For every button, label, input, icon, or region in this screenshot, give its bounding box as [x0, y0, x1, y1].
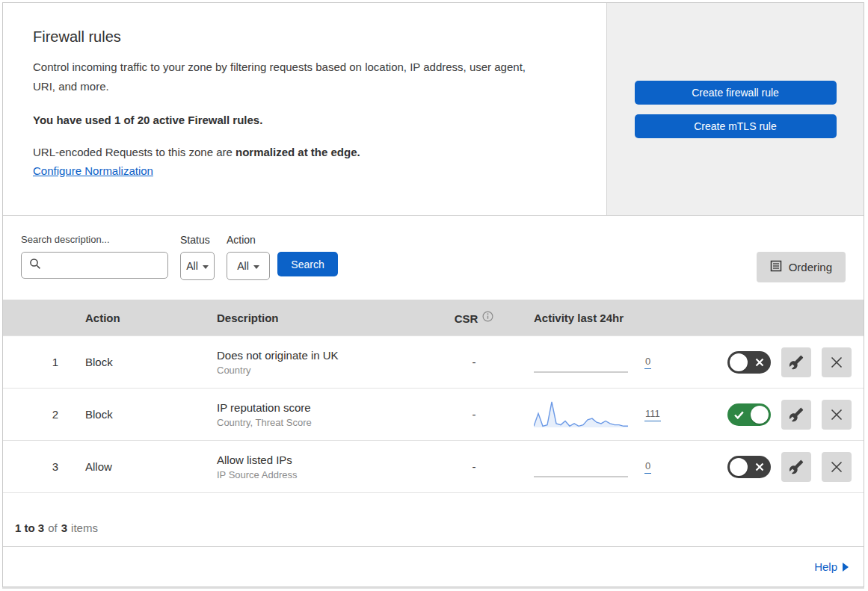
controls-cell	[698, 347, 864, 377]
firewall-rules-page: Firewall rules Control incoming traffic …	[2, 2, 864, 587]
status-label: Status	[180, 234, 215, 246]
rule-description-cell: Allow listed IPs IP Source Address	[205, 454, 422, 480]
edit-rule-button[interactable]	[781, 452, 811, 482]
help-link[interactable]: Help	[814, 560, 849, 573]
csr-header-label: CSR	[455, 312, 478, 325]
rule-action: Allow	[70, 460, 205, 473]
filter-bar: Search description... Status All Action …	[3, 216, 864, 300]
pagination-total: 3	[61, 522, 67, 534]
normalization-note-bold: normalized at the edge.	[236, 146, 360, 158]
action-dropdown-value: All	[237, 260, 249, 272]
chevron-down-icon	[253, 265, 259, 269]
usage-summary: You have used 1 of 20 active Firewall ru…	[33, 114, 576, 126]
rule-priority: 1	[3, 356, 70, 368]
status-dropdown-value: All	[186, 260, 198, 272]
rule-description: Allow listed IPs	[217, 454, 422, 466]
status-filter-group: Status All	[180, 234, 215, 280]
pagination-of: of	[48, 522, 58, 534]
delete-rule-button[interactable]	[822, 452, 852, 482]
wrench-icon	[789, 355, 804, 370]
close-icon	[830, 460, 843, 474]
rule-priority: 3	[3, 460, 70, 473]
search-label: Search description...	[21, 234, 168, 245]
pagination-items: items	[71, 522, 98, 534]
normalization-note-text: URL-encoded Requests to this zone are	[33, 146, 236, 158]
intro-card: Firewall rules Control incoming traffic …	[3, 3, 607, 216]
rule-description-cell: IP reputation score Country, Threat Scor…	[205, 401, 422, 428]
toggle-knob	[751, 406, 769, 424]
help-bar: Help	[3, 547, 864, 587]
csr-column-header: CSR	[422, 311, 526, 325]
wrench-icon	[789, 407, 804, 422]
toggle-knob	[730, 353, 748, 371]
search-button[interactable]: Search	[277, 252, 338, 276]
status-dropdown[interactable]: All	[180, 252, 215, 280]
activity-cell: 0	[526, 347, 698, 378]
rule-toggle[interactable]	[727, 351, 771, 374]
delete-rule-button[interactable]	[822, 347, 852, 377]
activity-count[interactable]: 111	[644, 408, 661, 421]
rule-fields: Country	[217, 365, 422, 376]
pagination-range: 1 to 3	[15, 522, 44, 534]
top-section: Firewall rules Control incoming traffic …	[3, 3, 864, 216]
search-group: Search description...	[21, 234, 168, 279]
controls-cell	[698, 452, 864, 482]
close-icon	[830, 356, 843, 369]
action-column-header: Action	[70, 312, 205, 324]
toggle-check-icon	[734, 411, 744, 419]
rule-priority: 2	[3, 408, 70, 421]
toggle-knob	[730, 458, 748, 476]
arrow-right-icon	[843, 563, 849, 572]
rule-action: Block	[70, 356, 205, 368]
help-link-label: Help	[814, 560, 837, 573]
activity-count[interactable]: 0	[644, 356, 651, 369]
delete-rule-button[interactable]	[822, 400, 852, 430]
ordering-button-label: Ordering	[789, 261, 832, 273]
close-icon	[830, 408, 843, 421]
controls-cell	[698, 400, 864, 430]
chevron-down-icon	[203, 265, 209, 269]
ordering-button[interactable]: Ordering	[757, 252, 846, 282]
description-column-header: Description	[205, 312, 422, 324]
search-icon	[29, 258, 41, 273]
pagination-summary: 1 to 3 of 3 items	[3, 492, 864, 547]
action-filter-group: Action All	[227, 234, 270, 280]
search-input[interactable]	[21, 252, 168, 279]
table-header: Action Description CSR Activity last 24h…	[3, 300, 864, 335]
rule-toggle[interactable]	[727, 403, 771, 426]
activity-column-header: Activity last 24hr	[526, 312, 698, 324]
rule-toggle[interactable]	[727, 456, 771, 478]
activity-cell: 111	[526, 399, 698, 430]
cta-panel: Create firewall rule Create mTLS rule	[607, 3, 864, 216]
activity-sparkline	[534, 399, 628, 430]
normalization-note: URL-encoded Requests to this zone are no…	[33, 146, 576, 158]
csr-value: -	[422, 356, 526, 368]
toggle-x-icon	[755, 462, 764, 471]
rule-fields: Country, Threat Score	[217, 417, 422, 428]
action-dropdown[interactable]: All	[227, 252, 270, 280]
activity-cell: 0	[526, 451, 698, 483]
csr-value: -	[422, 408, 526, 421]
create-firewall-rule-button[interactable]: Create firewall rule	[635, 81, 837, 105]
rule-description-cell: Does not originate in UK Country	[205, 349, 422, 376]
table-row: 1 Block Does not originate in UK Country…	[3, 335, 864, 388]
create-mtls-rule-button[interactable]: Create mTLS rule	[635, 114, 837, 138]
toggle-x-icon	[755, 358, 764, 367]
rule-description: Does not originate in UK	[217, 349, 422, 362]
wrench-icon	[789, 460, 804, 474]
csr-value: -	[422, 460, 526, 473]
configure-normalization-link[interactable]: Configure Normalization	[33, 164, 153, 177]
rule-fields: IP Source Address	[217, 469, 422, 480]
action-label: Action	[227, 234, 270, 246]
page-title: Firewall rules	[33, 28, 576, 46]
ordering-list-icon	[770, 260, 782, 274]
info-icon[interactable]	[482, 311, 493, 324]
activity-count[interactable]: 0	[644, 460, 651, 474]
activity-sparkline	[534, 451, 628, 483]
table-row: 3 Allow Allow listed IPs IP Source Addre…	[3, 440, 864, 492]
rule-action: Block	[70, 408, 205, 421]
edit-rule-button[interactable]	[781, 347, 811, 377]
table-row: 2 Block IP reputation score Country, Thr…	[3, 388, 864, 440]
activity-sparkline	[534, 347, 628, 378]
edit-rule-button[interactable]	[781, 400, 811, 430]
